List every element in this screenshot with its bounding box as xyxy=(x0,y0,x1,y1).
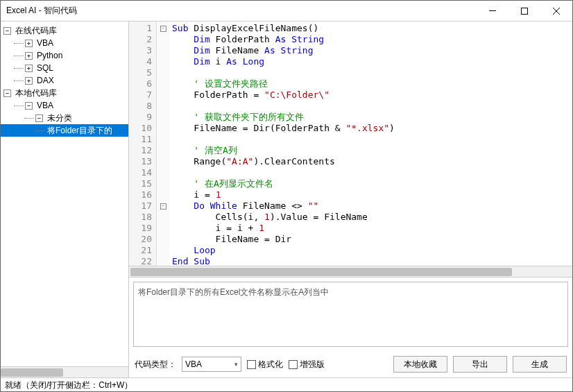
tree-toggle-icon[interactable]: − xyxy=(3,27,11,35)
tree-item[interactable]: +Python xyxy=(1,49,128,62)
tree-item[interactable]: +SQL xyxy=(1,62,128,74)
code-tree[interactable]: −在线代码库+VBA+Python+SQL+DAX−本地代码库−VBA−未分类将… xyxy=(1,22,128,366)
minimize-button[interactable] xyxy=(477,1,508,22)
fold-gutter[interactable]: -- xyxy=(157,22,169,266)
tree-item[interactable]: 将Folder目录下的 xyxy=(1,124,128,137)
chevron-down-icon: ▾ xyxy=(234,361,238,368)
svg-rect-0 xyxy=(489,10,496,11)
content-area: 12345678910111213141516171819202122 -- S… xyxy=(129,22,572,377)
tree-item[interactable]: +VBA xyxy=(1,37,128,49)
tree-item[interactable]: −在线代码库 xyxy=(1,24,128,37)
export-button[interactable]: 导出 xyxy=(453,356,507,373)
sidebar: −在线代码库+VBA+Python+SQL+DAX−本地代码库−VBA−未分类将… xyxy=(1,22,129,377)
fold-toggle-icon[interactable]: - xyxy=(160,203,166,210)
tree-item[interactable]: −本地代码库 xyxy=(1,87,128,99)
scrollbar-thumb[interactable] xyxy=(130,268,512,276)
tree-label: 未分类 xyxy=(46,112,74,124)
code-editor[interactable]: 12345678910111213141516171819202122 -- S… xyxy=(129,22,572,266)
code-body[interactable]: Sub DisplayExcelFileNames() Dim FolderPa… xyxy=(169,22,572,266)
tree-label: 在线代码库 xyxy=(14,25,58,37)
generate-button[interactable]: 生成 xyxy=(513,356,567,373)
fold-toggle-icon[interactable]: - xyxy=(160,26,166,32)
tree-toggle-icon[interactable]: − xyxy=(25,102,33,110)
tree-label: VBA xyxy=(35,101,55,110)
code-type-select[interactable]: VBA ▾ xyxy=(182,357,241,372)
app-window: Excel AI - 智问代码 −在线代码库+VBA+Python+SQL+DA… xyxy=(0,0,573,392)
format-checkbox[interactable]: 格式化 xyxy=(247,359,283,370)
window-title: Excel AI - 智问代码 xyxy=(6,5,77,17)
tree-item[interactable]: −VBA xyxy=(1,99,128,112)
tree-label: 将Folder目录下的 xyxy=(46,125,114,137)
code-type-label: 代码类型： xyxy=(135,359,176,370)
tree-label: DAX xyxy=(35,76,55,85)
tree-item[interactable]: +DAX xyxy=(1,74,128,87)
tree-toggle-icon[interactable]: − xyxy=(35,114,43,122)
editor-scrollbar[interactable] xyxy=(129,266,572,278)
tree-label: VBA xyxy=(35,38,55,48)
tree-toggle-icon[interactable]: + xyxy=(25,40,33,47)
tree-toggle-icon[interactable]: − xyxy=(3,90,11,97)
code-type-value: VBA xyxy=(185,359,202,369)
toolbar: 代码类型： VBA ▾ 格式化 增强版 本地收藏 导出 生成 xyxy=(129,351,572,377)
status-bar: 就绪（关闭/打开侧边栏：Ctrl+W） xyxy=(1,377,572,391)
tree-label: SQL xyxy=(35,63,55,73)
close-button[interactable] xyxy=(540,1,572,22)
tree-label: 本地代码库 xyxy=(14,87,58,99)
description-box[interactable]: 将Folder目录下的所有Excel文件名称显示在A列当中 xyxy=(133,282,568,347)
maximize-button[interactable] xyxy=(508,1,540,22)
window-buttons xyxy=(477,1,572,22)
tree-toggle-icon[interactable]: + xyxy=(25,52,33,60)
sidebar-scrollbar[interactable] xyxy=(1,366,128,377)
tree-label: Python xyxy=(35,51,64,60)
main-area: −在线代码库+VBA+Python+SQL+DAX−本地代码库−VBA−未分类将… xyxy=(1,22,572,377)
enhanced-checkbox[interactable]: 增强版 xyxy=(289,359,325,370)
line-gutter: 12345678910111213141516171819202122 xyxy=(129,22,157,266)
tree-toggle-icon[interactable]: + xyxy=(25,65,33,72)
titlebar: Excel AI - 智问代码 xyxy=(1,1,572,22)
svg-rect-1 xyxy=(522,8,528,14)
local-fav-button[interactable]: 本地收藏 xyxy=(393,356,447,373)
tree-toggle-icon[interactable]: + xyxy=(25,77,33,85)
tree-item[interactable]: −未分类 xyxy=(1,112,128,124)
scrollbar-thumb[interactable] xyxy=(1,368,63,377)
